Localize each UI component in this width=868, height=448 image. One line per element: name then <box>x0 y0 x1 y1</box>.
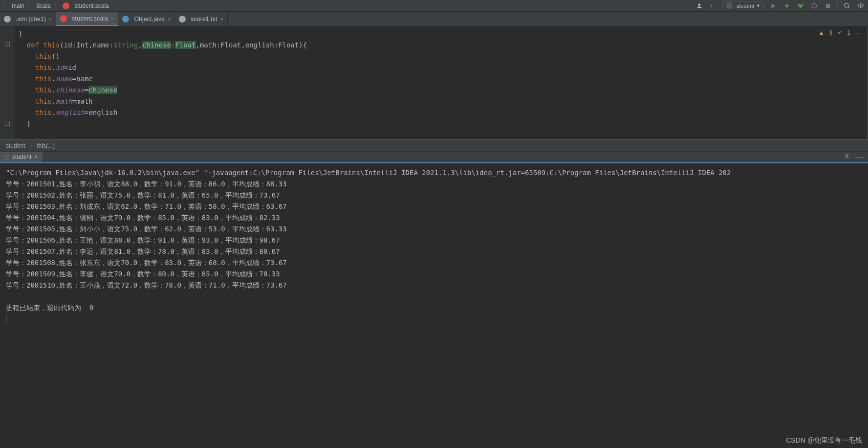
sync-icon[interactable] <box>709 1 717 10</box>
console-line: 学号：2001502,姓名：张丽，语文75.0，数学：81.0，英语：65.0，… <box>6 191 280 199</box>
tab-label: student.scala <box>72 15 108 22</box>
run-tool-window-tabs: student × — <box>0 152 868 163</box>
user-icon[interactable] <box>695 1 704 10</box>
coverage-button[interactable] <box>796 1 805 10</box>
java-file-icon <box>122 16 129 22</box>
top-nav: 〉 main 〉 Scala 〉 student.scala student ▼ <box>0 0 868 12</box>
check-icon: ✔ <box>837 29 842 36</box>
close-icon[interactable]: × <box>220 16 223 22</box>
console-line: 学号：2001509,姓名：李健，语文70.0，数学：80.0，英语：85.0，… <box>6 270 280 278</box>
run-tab-student[interactable]: student × <box>0 152 43 162</box>
tab-object-java[interactable]: Object.java × <box>118 12 175 26</box>
caret-icon <box>6 315 6 323</box>
warning-icon: ▲ <box>819 29 825 36</box>
console-line: 学号：2001508,姓名：张东东，语文70.0，数学：83.0，英语：68.0… <box>6 259 287 267</box>
editor-inspection[interactable]: ▲3 ✔1 ︿ <box>819 28 861 37</box>
chevron-right-icon: 〉 <box>27 1 33 10</box>
svg-point-5 <box>860 5 862 7</box>
fold-icon[interactable]: − <box>5 42 10 47</box>
tab-label: score1.txt <box>191 16 217 22</box>
crumb-scala[interactable]: Scala <box>36 2 51 9</box>
svg-point-0 <box>698 3 701 6</box>
close-icon[interactable]: × <box>168 16 171 22</box>
tab-score-txt[interactable]: score1.txt × <box>175 12 228 26</box>
breadcrumb: 〉 main 〉 Scala 〉 student.scala <box>3 1 109 10</box>
tab-student-scala[interactable]: student.scala × <box>56 12 118 26</box>
fold-end-icon[interactable]: − <box>5 121 10 126</box>
chevron-down-icon: ▼ <box>756 3 760 8</box>
tab-xml[interactable]: .xml (che1) × <box>0 12 56 26</box>
search-icon[interactable] <box>843 1 851 10</box>
run-button[interactable] <box>769 1 778 10</box>
svg-point-1 <box>785 4 788 7</box>
crumb-file[interactable]: student.scala <box>74 2 109 9</box>
scala-file-icon <box>63 2 69 9</box>
console-line: 学号：2001503,姓名：刘成东，语文62.0，数学：71.0，英语：58.0… <box>6 202 287 210</box>
editor-tabs: .xml (che1) × student.scala × Object.jav… <box>0 12 868 26</box>
close-icon[interactable]: × <box>111 16 114 22</box>
profile-button[interactable] <box>810 1 819 10</box>
code-editor[interactable]: } def this(id:Int,name:String,chinese:Fl… <box>15 26 868 139</box>
run-config-dropdown[interactable]: student ▼ <box>722 1 764 10</box>
svg-point-4 <box>845 3 848 7</box>
console-line: 学号：2001510,姓名：王小燕，语文72.0，数学：78.0，英语：71.0… <box>6 281 287 289</box>
module-icon <box>726 2 733 9</box>
console-line: 学号：2001501,姓名：李小明，语文88.0，数学：91.0，英语：86.0… <box>6 180 287 188</box>
watermark: CSDN @兜里没有一毛钱 <box>786 436 862 445</box>
run-config-label: student <box>737 3 754 9</box>
crumb-class[interactable]: student <box>6 142 25 149</box>
console-line: 学号：2001507,姓名：李远，语文81.0，数学：78.0，英语：83.0，… <box>6 247 280 255</box>
structure-breadcrumb: student › this(...) <box>0 140 868 152</box>
crumb-method[interactable]: this(...) <box>37 142 55 149</box>
console-output[interactable]: "C:\Program Files\Java\jdk-16.0.2\bin\ja… <box>0 163 868 448</box>
console-cmd: "C:\Program Files\Java\jdk-16.0.2\bin\ja… <box>6 169 731 177</box>
svg-rect-3 <box>826 4 830 8</box>
close-icon[interactable]: × <box>34 154 38 160</box>
run-window-icon <box>5 155 9 159</box>
gutter: − − <box>0 26 15 139</box>
stop-button[interactable] <box>824 1 832 10</box>
console-line: 学号：2001504,姓名：饶刚，语文79.0，数学：85.0，英语：83.0，… <box>6 214 280 222</box>
console-exit: 进程已结束，退出代码为 0 <box>6 304 93 312</box>
hide-icon[interactable]: — <box>855 153 863 161</box>
txt-file-icon <box>179 16 186 22</box>
close-icon[interactable]: × <box>49 16 52 22</box>
run-tab-label: student <box>12 154 31 160</box>
crumb-main[interactable]: main <box>12 2 24 9</box>
divider <box>837 2 838 10</box>
check-count: 1 <box>847 29 850 36</box>
console-line: 学号：2001506,姓名：王艳，语文88.0，数学：91.0，英语：93.0，… <box>6 236 280 244</box>
chevron-right-icon: 〉 <box>54 1 60 10</box>
chevron-right-icon: 〉 <box>3 1 9 10</box>
scala-file-icon <box>60 15 67 22</box>
debug-button[interactable] <box>782 1 791 10</box>
svg-point-6 <box>846 155 848 157</box>
chevron-up-icon[interactable]: ︿ <box>855 28 861 37</box>
tab-label: Object.java <box>134 16 165 22</box>
console-line: 学号：2001505,姓名：刘小小，语文75.0，数学：62.0，英语：53.0… <box>6 225 287 233</box>
xml-file-icon <box>4 16 11 22</box>
warning-count: 3 <box>829 29 833 36</box>
gear-icon[interactable] <box>844 153 850 161</box>
editor-area: − − } def this(id:Int,name:String,chines… <box>0 26 868 140</box>
settings-icon[interactable] <box>856 1 865 10</box>
chevron-right-icon: › <box>30 142 32 149</box>
tab-label: .xml (che1) <box>16 16 46 22</box>
